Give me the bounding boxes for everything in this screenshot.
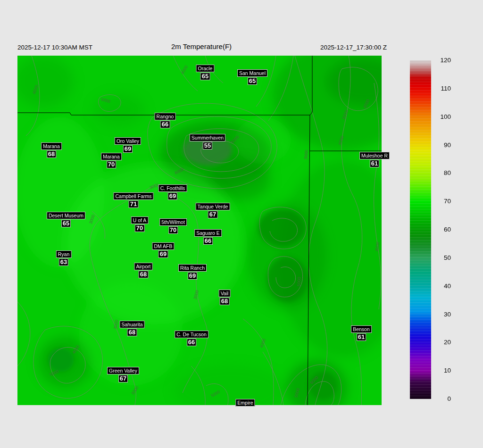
weather-map-page: { "header": { "left_timestamp": "2025-12…	[0, 0, 483, 448]
timestamp-utc: 2025-12-17_17:30:00 Z	[320, 44, 387, 51]
colorbar-tick-60: 60	[435, 226, 451, 233]
page-title: 2m Temperature(F)	[171, 42, 232, 50]
colorbar-tick-80: 80	[435, 169, 451, 177]
colorbar-tick-70: 70	[435, 198, 451, 205]
temperature-colorbar	[410, 60, 431, 399]
colorbar-tick-90: 90	[435, 141, 451, 149]
colorbar-tick-110: 110	[435, 85, 451, 92]
elevation-label-3000: 3000	[303, 150, 309, 160]
colorbar-tick-120: 120	[435, 57, 451, 64]
colorbar-tick-50: 50	[435, 254, 451, 262]
colorbar-tick-100: 100	[435, 113, 451, 121]
colorbar-tick-40: 40	[435, 282, 451, 290]
colorbar-banding	[410, 60, 431, 399]
temperature-map: 4000500040005000600030005000600040003000…	[17, 56, 382, 405]
elevation-label-5000: 5000	[296, 277, 301, 287]
colorbar-tick-20: 20	[435, 339, 451, 346]
colorbar-tick-10: 10	[435, 367, 451, 374]
colorbar-tick-30: 30	[435, 311, 451, 318]
timestamp-local: 2025-12-17 10:30AM MST	[17, 44, 92, 51]
colorbar-tick-0: 0	[435, 395, 451, 403]
